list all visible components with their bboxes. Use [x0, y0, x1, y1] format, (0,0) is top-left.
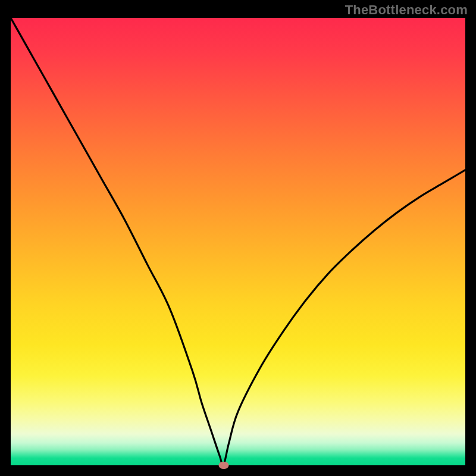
chart-frame: TheBottleneck.com: [0, 0, 476, 476]
optimal-point-marker: [218, 462, 228, 469]
bottleneck-curve: [11, 18, 465, 465]
watermark-text: TheBottleneck.com: [345, 2, 468, 18]
plot-area: [11, 18, 465, 465]
